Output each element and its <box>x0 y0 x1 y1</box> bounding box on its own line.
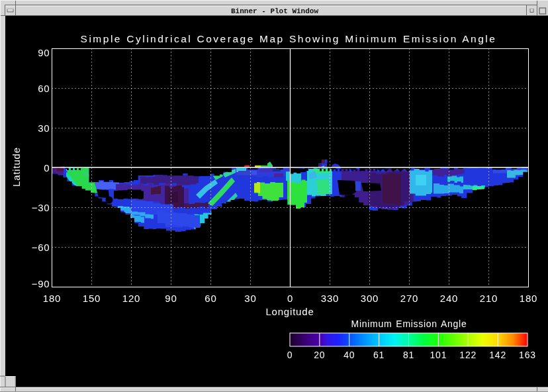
svg-text:30: 30 <box>38 122 50 134</box>
svg-text:−30: −30 <box>32 202 50 213</box>
svg-text:90: 90 <box>165 293 177 304</box>
svg-text:180: 180 <box>520 293 537 304</box>
svg-text:Minimum Emission Angle: Minimum Emission Angle <box>351 318 467 329</box>
svg-text:−60: −60 <box>32 242 50 253</box>
svg-text:90: 90 <box>38 47 50 58</box>
svg-text:0: 0 <box>44 162 50 173</box>
svg-text:Simple Cylindrical Coverage Ma: Simple Cylindrical Coverage Map Showing … <box>81 33 497 44</box>
svg-text:81: 81 <box>403 350 414 360</box>
svg-text:61: 61 <box>373 350 385 360</box>
svg-text:270: 270 <box>400 293 418 304</box>
svg-text:Latitude: Latitude <box>11 147 22 187</box>
svg-text:Binner - Plot Window: Binner - Plot Window <box>231 7 318 15</box>
svg-text:210: 210 <box>480 293 498 304</box>
svg-text:60: 60 <box>205 293 216 304</box>
svg-text:300: 300 <box>361 293 379 304</box>
svg-text:163: 163 <box>519 350 536 360</box>
svg-text:150: 150 <box>83 293 101 304</box>
svg-text:142: 142 <box>489 350 506 360</box>
svg-text:330: 330 <box>321 293 339 304</box>
svg-text:20: 20 <box>314 350 325 360</box>
svg-text:120: 120 <box>122 293 140 304</box>
svg-text:101: 101 <box>430 350 447 360</box>
svg-text:180: 180 <box>43 293 61 304</box>
svg-text:0: 0 <box>287 350 293 360</box>
svg-text:30: 30 <box>244 293 256 304</box>
svg-text:40: 40 <box>343 350 355 360</box>
svg-text:240: 240 <box>440 293 458 304</box>
svg-text:122: 122 <box>459 350 477 360</box>
svg-text:60: 60 <box>38 83 50 94</box>
svg-text:−90: −90 <box>32 278 50 289</box>
svg-text:0: 0 <box>287 293 293 304</box>
svg-text:Longitude: Longitude <box>265 306 314 317</box>
